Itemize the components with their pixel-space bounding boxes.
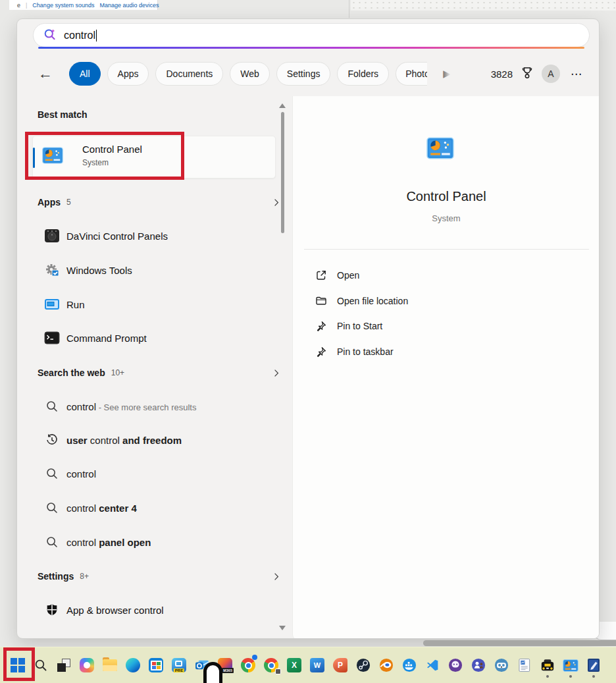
chevron-right-icon[interactable]	[274, 198, 279, 209]
divider: |	[26, 2, 27, 9]
taskbar-icon-teams[interactable]	[471, 657, 486, 673]
action-pin-to-taskbar[interactable]: Pin to taskbar	[293, 341, 600, 363]
action-open[interactable]: Open	[293, 264, 600, 287]
best-match-header: Best match	[28, 108, 286, 121]
pin-icon	[315, 346, 327, 358]
davinci-control-panels-icon	[44, 228, 60, 244]
taskbar-icon-powertoys-preview[interactable]: PRE	[171, 657, 187, 673]
taskbar-icon-blender[interactable]	[378, 657, 394, 673]
apps-section-header[interactable]: Apps 5	[28, 196, 286, 209]
web-suggestion-row[interactable]: user control and freedom	[28, 425, 284, 454]
taskbar-icon-godot[interactable]	[494, 657, 509, 673]
back-arrow-icon[interactable]: ←	[38, 67, 53, 81]
open-external-icon	[315, 269, 327, 281]
rewards-trophy-icon[interactable]	[521, 67, 533, 82]
taskbar-icon-task-view[interactable]	[56, 657, 72, 673]
annotation-box-start-button	[3, 647, 35, 681]
settings-item-partial[interactable]: Set up USB game controllers	[28, 632, 284, 639]
chevron-right-icon[interactable]	[274, 368, 279, 380]
search-accent-underline	[38, 47, 584, 49]
taskbar-icon-windows-journal[interactable]	[586, 657, 602, 673]
web-suggestion-row[interactable]: control - See more search results	[28, 392, 284, 421]
tab-photos[interactable]: Photos	[396, 62, 427, 86]
horizontal-scrollbar[interactable]	[423, 640, 616, 646]
scroll-down-arrow[interactable]	[279, 626, 286, 630]
taskbar-icon-word[interactable]: W	[309, 657, 325, 673]
account-avatar[interactable]: A	[542, 65, 560, 83]
taskbar-icon-control-panel[interactable]	[563, 657, 578, 673]
taskbar-icon-copilot[interactable]	[79, 657, 95, 673]
taskbar-icon-chrome-profile[interactable]	[263, 657, 279, 673]
settings-section-header[interactable]: Settings 8+	[28, 570, 286, 583]
tab-web[interactable]: Web	[230, 62, 270, 86]
taskbar-icon-file-explorer[interactable]	[102, 657, 118, 673]
web-suggestion-text: control panel open	[66, 537, 151, 548]
taskbar-icon-vscode[interactable]	[424, 657, 440, 673]
vertical-scrollbar-thumb[interactable]	[281, 112, 284, 233]
action-label: Pin to taskbar	[337, 346, 394, 357]
tab-documents[interactable]: Documents	[155, 62, 223, 86]
section-count: 8+	[80, 572, 89, 581]
search-query-text: control	[64, 30, 95, 41]
web-suggestion-row[interactable]: control	[28, 459, 284, 488]
section-count: 5	[66, 198, 71, 207]
app-item-label: Run	[66, 299, 85, 310]
scroll-up-arrow[interactable]	[279, 103, 286, 108]
rewards-points: 3828	[491, 68, 513, 80]
taskbar-icon-taxi-app[interactable]	[540, 657, 555, 673]
taskbar-icon-search[interactable]	[33, 657, 49, 673]
web-suggestion-text: user control and freedom	[66, 435, 182, 446]
search-icon	[45, 501, 59, 514]
action-label: Open	[337, 270, 359, 281]
app-item-label: Command Prompt	[66, 333, 147, 344]
search-icon	[45, 467, 59, 480]
background-window-link-bar: e | Change system sounds Manage audio de…	[9, 0, 158, 10]
app-item-command-prompt[interactable]: Command Prompt	[28, 322, 284, 354]
taskbar: PREM365XWP	[0, 647, 616, 683]
app-item-label: Windows Tools	[66, 265, 132, 276]
filter-row: ← AllAppsDocumentsWebSettingsFoldersPhot…	[17, 61, 599, 87]
search-flyout: control ← AllAppsDocumentsWebSettingsFol…	[16, 18, 600, 639]
action-open-file-location[interactable]: Open file location	[293, 290, 600, 312]
search-icon	[45, 535, 59, 549]
section-title: Search the web	[38, 368, 105, 378]
app-item-davinci-control-panels[interactable]: DaVinci Control Panels	[28, 220, 284, 252]
taskbar-icon-docker[interactable]	[401, 657, 417, 673]
more-options-icon[interactable]: ⋯	[571, 67, 583, 81]
app-item-label: DaVinci Control Panels	[66, 231, 168, 242]
run-icon	[44, 296, 60, 312]
chevron-right-icon[interactable]	[274, 572, 279, 584]
taskbar-icon-microsoft-store[interactable]	[148, 657, 164, 673]
detail-subtitle: System	[293, 213, 600, 223]
app-item-windows-tools[interactable]: Windows Tools	[28, 254, 284, 286]
detail-divider	[304, 249, 589, 250]
bing-search-icon	[43, 28, 57, 43]
taskbar-icon-edge[interactable]	[125, 657, 141, 673]
tab-folders[interactable]: Folders	[337, 62, 389, 86]
taskbar-icon-github-desktop[interactable]	[448, 657, 463, 673]
section-title: Best match	[38, 109, 87, 120]
action-label: Pin to Start	[337, 321, 382, 331]
settings-item-app-browser-control[interactable]: App & browser control	[28, 594, 284, 626]
search-input[interactable]: control	[33, 23, 590, 47]
tab-all[interactable]: All	[69, 62, 101, 86]
section-title: Settings	[38, 571, 74, 582]
background-grid-strip	[351, 0, 616, 11]
history-icon	[45, 433, 59, 447]
action-pin-to-start[interactable]: Pin to Start	[293, 315, 600, 337]
app-item-run[interactable]: Run	[28, 288, 284, 320]
taskbar-icon-excel[interactable]: X	[286, 657, 302, 673]
windows-tools-icon	[44, 262, 60, 278]
taskbar-icon-powerpoint[interactable]: P	[332, 657, 348, 673]
taskbar-icon-chrome[interactable]	[240, 657, 256, 673]
web-suggestion-text: control center 4	[66, 503, 137, 514]
web-suggestion-row[interactable]: control center 4	[28, 493, 284, 522]
tab-settings[interactable]: Settings	[276, 62, 331, 86]
taskbar-icon-report-document[interactable]	[517, 657, 532, 673]
change-system-sounds-link[interactable]: Change system sounds	[32, 2, 94, 9]
tab-apps[interactable]: Apps	[107, 62, 149, 86]
manage-audio-devices-link[interactable]: Manage audio devices	[99, 2, 159, 9]
web-section-header[interactable]: Search the web 10+	[28, 366, 286, 379]
web-suggestion-row[interactable]: control panel open	[28, 528, 284, 557]
taskbar-icon-steam[interactable]	[355, 657, 371, 673]
